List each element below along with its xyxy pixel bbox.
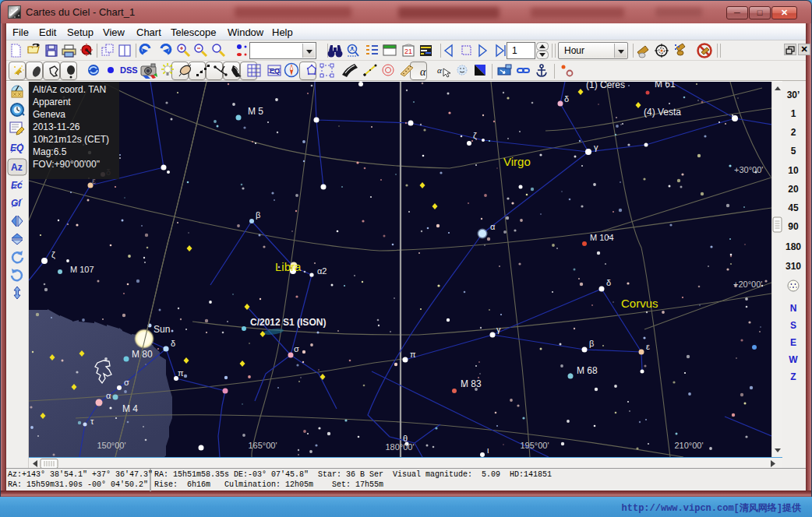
svg-text:β: β [256,210,260,220]
svg-text:π: π [178,368,184,378]
svg-text:M 4: M 4 [122,403,138,414]
svg-text:α: α [437,65,442,75]
svg-text:C/2012 S1 (ISON): C/2012 S1 (ISON) [250,317,326,328]
svg-text:Corvus: Corvus [621,297,658,310]
svg-text:Libra: Libra [275,260,302,273]
svg-text:Geneva: Geneva [33,109,65,120]
svg-text:Virgo: Virgo [503,155,531,168]
svg-text:150°00': 150°00' [97,441,125,450]
svg-text:+20°00': +20°00' [733,280,762,289]
svg-text:195°00': 195°00' [520,441,549,450]
svg-text:α: α [490,222,496,231]
svg-text:Apparent: Apparent [33,97,71,107]
svg-text:α: α [106,391,111,400]
svg-text:δ: δ [606,278,611,287]
svg-text:β: β [589,339,594,348]
svg-text:π: π [410,350,416,359]
svg-text:M 68: M 68 [577,365,598,376]
svg-text:σ: σ [124,378,129,387]
svg-text:2013-11-26: 2013-11-26 [33,121,80,132]
svg-text:180°00': 180°00' [385,442,414,452]
svg-text:10h21m12s (CET): 10h21m12s (CET) [33,134,109,145]
svg-text:ζ: ζ [51,250,55,259]
svg-text:δ: δ [564,94,569,104]
svg-text:(4) Vesta: (4) Vesta [644,107,681,118]
svg-text:M 61: M 61 [655,82,676,90]
svg-text:M 80: M 80 [132,349,153,360]
svg-text:210°00': 210°00' [674,441,703,450]
svg-text:M 104: M 104 [590,233,614,242]
svg-text:DSS: DSS [120,65,138,75]
svg-text:EQ: EQ [270,67,280,75]
svg-text:Sun: Sun [154,324,170,335]
svg-text:M 107: M 107 [70,265,94,274]
svg-text:γ: γ [594,142,598,152]
svg-text:Alt/Az coord. TAN: Alt/Az coord. TAN [33,84,106,95]
svg-text:M 5: M 5 [248,106,263,117]
svg-text:Gl: Gl [11,198,21,209]
svg-text:ε: ε [646,342,650,351]
svg-text:+30°00': +30°00' [734,165,763,174]
svg-text:FOV:+90°00'00": FOV:+90°00'00" [33,159,100,170]
svg-text:165°00': 165°00' [248,441,277,450]
svg-text:α2: α2 [317,266,327,276]
svg-text:τ: τ [90,417,94,426]
svg-text:Mag:6.5: Mag:6.5 [33,146,67,157]
svg-text:α: α [420,66,426,78]
svg-text:(1) Ceres: (1) Ceres [586,82,625,90]
svg-text:21: 21 [404,47,412,55]
svg-text:M 83: M 83 [461,378,482,389]
svg-text:Az: Az [11,162,23,173]
svg-text:ζ: ζ [473,131,477,140]
svg-text:δ: δ [171,339,175,348]
svg-text:γ: γ [496,325,501,334]
svg-text:σ: σ [294,344,299,353]
